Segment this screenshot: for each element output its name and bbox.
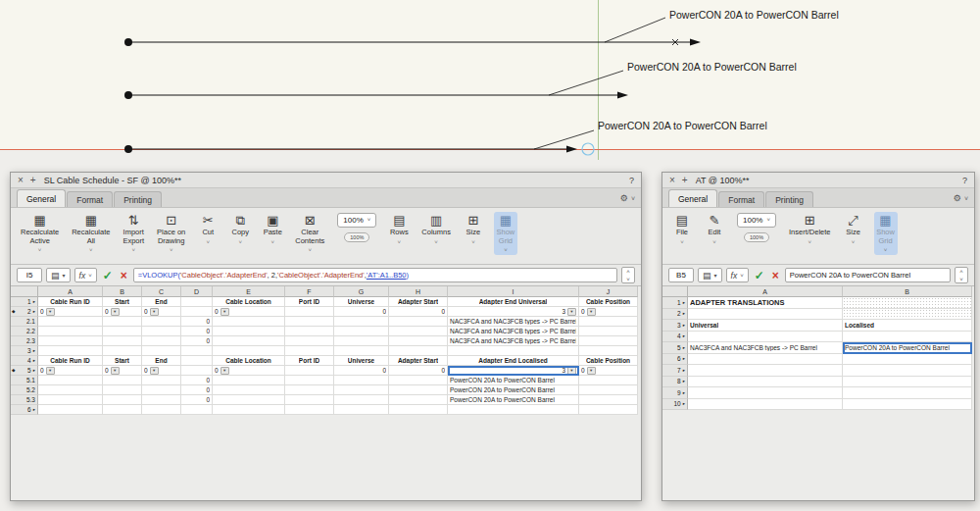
cell-F1[interactable]: Port ID [285,297,334,307]
cell-B1[interactable]: Start [103,297,142,307]
cell-H6[interactable] [389,405,448,415]
column-header-J[interactable]: J [579,286,638,297]
chevron-down-icon[interactable]: ˅ [808,239,811,246]
cell-H1[interactable]: Adapter Start [389,297,448,307]
toolbar-button-file[interactable]: ▤File˅ [670,212,694,247]
cell-H5.1[interactable] [389,376,448,385]
cell-H3[interactable] [389,346,448,356]
help-button[interactable]: ? [629,176,634,185]
cell-D5[interactable] [181,366,213,376]
cell-dropdown-icon[interactable]: ▾ [587,367,596,375]
cable-object-2[interactable]: PowerCON 20A to PowerCON Barrel [124,61,797,99]
cell-F5.2[interactable] [285,385,334,395]
toolbar-button-show-grid[interactable]: ▦Show Grid˅ [874,212,898,255]
cell-dropdown-icon[interactable]: ▾ [150,308,159,316]
cell-A5.1[interactable] [38,376,103,385]
cell-G2.1[interactable] [334,317,389,327]
column-header-C[interactable]: C [142,286,181,297]
cell-A8[interactable] [688,377,843,388]
cell-G3[interactable] [334,346,389,356]
row-header-4[interactable]: 4▸ [662,332,688,343]
cell-C2.2[interactable] [142,327,181,336]
cell-I5.1[interactable]: PowerCON 20A to PowerCON Barrel [448,376,579,385]
cell-B6[interactable] [103,405,142,415]
settings-menu-button[interactable]: ⚙ ˅ [954,193,968,207]
cell-D2.2[interactable]: 0 [181,327,213,336]
cell-C5.3[interactable] [142,395,181,405]
cell-A2.1[interactable] [38,317,103,327]
cell-E2[interactable]: 0▾ [213,307,285,317]
close-icon[interactable]: × [669,176,675,185]
cell-I5[interactable]: 3▾ [448,366,579,376]
cell-A10[interactable] [688,399,843,411]
settings-menu-button[interactable]: ⚙ ˅ [620,193,635,207]
cell-E5.3[interactable] [213,395,285,405]
row-disclosure-icon[interactable]: ▸ [683,368,685,373]
chevron-down-icon[interactable]: ˅ [89,247,93,254]
cell-E2.1[interactable] [213,317,285,327]
cell-H2[interactable]: 0 [389,307,448,317]
cell-G2.2[interactable] [334,327,389,336]
toolbar-button-edit[interactable]: ✎Edit˅ [703,212,726,247]
cell-F5.1[interactable] [285,376,334,385]
row-disclosure-icon[interactable]: ▸ [683,323,685,328]
cell-B1[interactable] [843,297,972,309]
cell-E3[interactable] [213,346,285,356]
column-header-G[interactable]: G [334,286,389,297]
row-disclosure-icon[interactable]: ▸ [683,379,685,383]
cell-dropdown-icon[interactable]: ▾ [587,308,596,316]
row-disclosure-icon[interactable]: ▸ [683,356,685,361]
row-disclosure-icon[interactable]: ▸ [33,299,35,304]
cell-B10[interactable] [843,399,972,411]
cell-H2.2[interactable] [389,327,448,336]
chevron-down-icon[interactable]: ˅ [622,276,634,283]
cell-J5.2[interactable] [579,385,638,395]
toolbar-button-size[interactable]: ⊞Size˅ [462,212,485,247]
cell-B4[interactable]: Start [103,356,142,366]
toolbar-zoom-control[interactable]: 100%˅100% [335,212,378,243]
cell-dropdown-icon[interactable]: ▾ [150,367,159,375]
row-header-5.1[interactable]: 5.1 [11,376,38,385]
cell-A2.2[interactable] [38,327,103,336]
row-header-5[interactable]: ◆5▸ [11,366,38,376]
cell-I2.3[interactable]: NAC3FCA and NAC3FCB types -> PC Barrel [448,336,579,346]
cell-D4[interactable] [181,356,213,366]
cell-I1[interactable]: Adapter End Universal [448,297,579,307]
cell-C5.2[interactable] [142,385,181,395]
chevron-down-icon[interactable]: ˅ [434,239,438,246]
cell-I2.2[interactable]: NAC3FCA and NAC3FCB types -> PC Barrel [448,327,579,336]
chevron-down-icon[interactable]: ˅ [207,239,211,246]
tab-printing[interactable]: Printing [765,191,813,207]
row-disclosure-icon[interactable]: ▸ [683,345,685,350]
chevron-down-icon[interactable]: ˅ [398,239,402,246]
toolbar-button-size[interactable]: ⤢Size˅ [842,212,865,247]
row-header-3[interactable]: 3▸ [11,346,38,356]
cable-label[interactable]: PowerCON 20A to PowerCON Barrel [669,9,839,21]
row-header-5.3[interactable]: 5.3 [11,395,38,405]
cell-C3[interactable] [142,346,181,356]
cable-label[interactable]: PowerCON 20A to PowerCON Barrel [598,120,767,131]
cell-E4[interactable]: Cable Location [213,356,285,366]
cable-label[interactable]: PowerCON 20A to PowerCON Barrel [627,61,797,73]
cell-G2[interactable]: 0 [334,307,389,317]
cell-A3[interactable] [38,346,103,356]
cell-F2[interactable] [285,307,334,317]
zoom-slider[interactable]: 100% [744,232,769,242]
chevron-down-icon[interactable]: ˅ [309,247,313,254]
cell-D1[interactable] [181,297,213,307]
cell-C5.1[interactable] [142,376,181,385]
cell-J2.3[interactable] [579,336,638,346]
column-header-B[interactable]: B [843,286,972,297]
cell-C5[interactable]: 0▾ [142,366,181,376]
accept-button[interactable]: ✓ [753,269,766,282]
zoom-dropdown[interactable]: 100%˅ [737,213,776,228]
cell-D2[interactable] [181,307,213,317]
cancel-button[interactable]: × [770,269,781,282]
toolbar-button-show-grid[interactable]: ▦Show Grid˅ [494,212,517,255]
row-header-2.2[interactable]: 2.2 [11,327,38,336]
cell-dropdown-icon[interactable]: ▾ [111,367,120,375]
cell-E6[interactable] [213,405,285,415]
cell-B2[interactable]: 0▾ [103,307,142,317]
drawing-canvas[interactable]: PowerCON 20A to PowerCON Barrel PowerCON… [0,0,980,172]
cell-J5.1[interactable] [579,376,638,385]
